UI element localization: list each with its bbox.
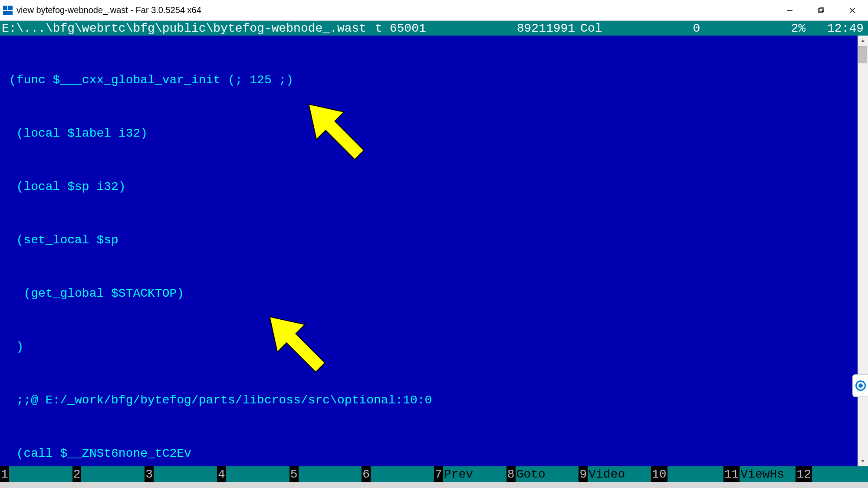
- f3-key[interactable]: 3: [145, 466, 217, 482]
- status-encoding: t 65001: [375, 22, 426, 35]
- app-icon: [3, 5, 13, 16]
- scroll-down-button[interactable]: [858, 456, 868, 466]
- f2-key[interactable]: 2: [72, 466, 145, 482]
- code-line: (local $sp i32): [2, 178, 866, 196]
- status-col-label: Col: [580, 22, 602, 35]
- f8-key[interactable]: 8Goto: [506, 466, 579, 482]
- window-title: view bytefog-webnode_.wast - Far 3.0.525…: [16, 5, 774, 15]
- svg-marker-10: [861, 39, 865, 42]
- status-percent: 2%: [791, 22, 806, 35]
- maximize-button[interactable]: [806, 0, 837, 20]
- viewer-content[interactable]: (func $___cxx_global_var_init (; 125 ;) …: [0, 36, 868, 466]
- scroll-thumb[interactable]: [858, 46, 867, 63]
- f11-key[interactable]: 11ViewHs: [723, 466, 796, 482]
- status-path: E:\...\bfg\webrtc\bfg\public\bytefog-web…: [2, 22, 366, 35]
- teamviewer-badge[interactable]: [852, 374, 868, 397]
- vertical-scrollbar[interactable]: [858, 36, 868, 466]
- f10-key[interactable]: 10: [651, 466, 723, 482]
- function-keybar: 1 2 3 4 5 6 7Prev 8Goto 9Video 10 11View…: [0, 466, 868, 482]
- status-time: 12:49: [827, 22, 864, 35]
- code-line: ): [2, 338, 866, 356]
- f1-key[interactable]: 1: [0, 466, 72, 482]
- app-window: view bytefog-webnode_.wast - Far 3.0.525…: [0, 0, 868, 488]
- svg-marker-11: [861, 460, 865, 462]
- taskbar-sliver: [0, 482, 868, 488]
- f4-key[interactable]: 4: [217, 466, 289, 482]
- code-line: (func $___cxx_global_var_init (; 125 ;): [2, 71, 866, 89]
- svg-rect-0: [3, 6, 7, 10]
- titlebar[interactable]: view bytefog-webnode_.wast - Far 3.0.525…: [0, 0, 868, 21]
- f12-key[interactable]: 12: [796, 466, 868, 482]
- teamviewer-icon: [855, 380, 866, 391]
- minimize-button[interactable]: [774, 0, 806, 20]
- f9-key[interactable]: 9Video: [579, 466, 651, 482]
- code-line: ;;@ E:/_work/bfg/bytefog/parts/libcross/…: [2, 391, 866, 409]
- scroll-up-button[interactable]: [858, 36, 868, 46]
- window-controls: [774, 0, 868, 20]
- f6-key[interactable]: 6: [362, 466, 434, 482]
- svg-rect-1: [8, 6, 13, 10]
- status-bytes: 89211991: [517, 22, 575, 35]
- close-button[interactable]: [837, 0, 868, 20]
- status-col: 0: [693, 22, 700, 35]
- code-line: (call $__ZNSt6none_tC2Ev: [2, 445, 866, 462]
- viewer-statusbar: E:\...\bfg\webrtc\bfg\public\bytefog-web…: [0, 21, 868, 36]
- f7-key[interactable]: 7Prev: [434, 466, 506, 482]
- f5-key[interactable]: 5: [289, 466, 362, 482]
- code-line: (set_local $sp: [2, 231, 866, 249]
- code-line: (local $label i32): [2, 124, 866, 142]
- svg-rect-2: [3, 11, 13, 15]
- code-line: (get_global $STACKTOP): [2, 285, 866, 302]
